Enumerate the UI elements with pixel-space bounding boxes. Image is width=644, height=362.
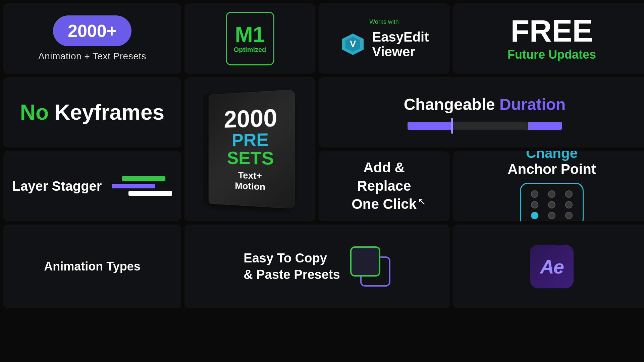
preset-pre: PRE [232, 130, 269, 149]
one-click-text: One Click [352, 196, 417, 212]
anchor-dot-1 [531, 190, 538, 198]
cell-add-replace: Add & Replace One Click ↖ [319, 151, 449, 221]
svg-text:V: V [350, 39, 356, 49]
cell-layer-stagger: Layer Stagger [3, 151, 181, 221]
m1-text: M1 [235, 24, 265, 45]
m1-optimized: Optimized [234, 46, 266, 54]
animation-types-label: Animation Types [44, 259, 140, 274]
replace-text: Replace [357, 178, 411, 194]
cell-preset-book: 2000 PRE SETS Text+Motion [184, 77, 315, 221]
no-text: No [20, 100, 49, 124]
preset-subtitle: Text+Motion [235, 170, 265, 192]
cell-easyedit: Works with V EasyEditViewer [319, 3, 449, 74]
easyedit-row: V EasyEditViewer [339, 29, 429, 59]
copy-square-front [350, 246, 380, 277]
change-text: Change [526, 151, 578, 161]
main-grid: 2000+ Animation + Text Presets M1 Optimi… [0, 0, 644, 362]
easyedit-logo-icon: V [339, 31, 366, 58]
timeline-left [408, 122, 451, 130]
preset-number: 2000 [224, 105, 277, 131]
no-keyframes-label: No Keyframes [20, 100, 164, 125]
add-replace-text: Add & Replace One Click [352, 159, 417, 214]
anchor-grid [520, 183, 584, 221]
cell-after-effects: Ae [453, 225, 644, 308]
timeline-bar [408, 122, 562, 130]
badge-2000: 2000+ [53, 15, 131, 46]
cell-animation-presets: 2000+ Animation + Text Presets [3, 3, 181, 74]
anchor-dot-6 [565, 201, 573, 208]
changeable-duration-title: Changeable Duration [404, 95, 566, 114]
cell-free: FREE Future Updates [453, 3, 644, 74]
copy-icon [350, 246, 390, 287]
paste-presets: & Paste Presets [244, 267, 340, 282]
changeable-text: Changeable [404, 96, 499, 113]
ae-icon: Ae [530, 245, 574, 288]
anchor-point-text: Anchor Point [507, 161, 596, 177]
duration-text: Duration [499, 96, 566, 113]
stagger-lines [112, 176, 172, 196]
stagger-line-3 [128, 191, 172, 196]
timeline-handle [451, 118, 453, 134]
cell-copy-paste: Easy To Copy & Paste Presets [184, 225, 449, 308]
m1-box: M1 Optimized [226, 12, 274, 65]
free-label: FREE [511, 15, 593, 46]
copy-paste-label: Easy To Copy & Paste Presets [244, 250, 340, 283]
anchor-dot-7 [531, 212, 538, 219]
anchor-dot-8 [548, 212, 555, 219]
cell-change-anchor: Change Anchor Point [453, 151, 644, 221]
cell-animation-types: Animation Types [3, 225, 181, 308]
timeline-right [528, 122, 562, 130]
preset-sets: SETS [227, 149, 274, 167]
book-spine [203, 95, 209, 203]
keyframes-text: Keyframes [55, 100, 164, 124]
change-anchor-title: Change Anchor Point [507, 151, 596, 177]
animation-presets-label: Animation + Text Presets [38, 51, 146, 62]
cursor-icon: ↖ [418, 195, 426, 207]
anchor-dot-9 [565, 212, 573, 219]
cell-changeable-duration: Changeable Duration [319, 77, 644, 147]
anchor-dot-5 [548, 201, 555, 208]
add-text: Add & [363, 160, 405, 175]
preset-book: 2000 PRE SETS Text+Motion [209, 89, 295, 209]
easyedit-name: EasyEditViewer [372, 29, 429, 59]
anchor-dot-4 [531, 201, 538, 208]
layer-stagger-label: Layer Stagger [12, 179, 102, 194]
cell-m1: M1 Optimized [184, 3, 315, 74]
stagger-line-2 [112, 184, 155, 188]
future-updates-label: Future Updates [507, 48, 596, 62]
anchor-dot-3 [565, 190, 573, 198]
anchor-dot-2 [548, 190, 555, 198]
works-with-label: Works with [369, 18, 399, 25]
easy-to-copy: Easy To Copy [244, 251, 327, 265]
cell-no-keyframes: No Keyframes [3, 77, 181, 147]
stagger-line-1 [122, 176, 165, 181]
